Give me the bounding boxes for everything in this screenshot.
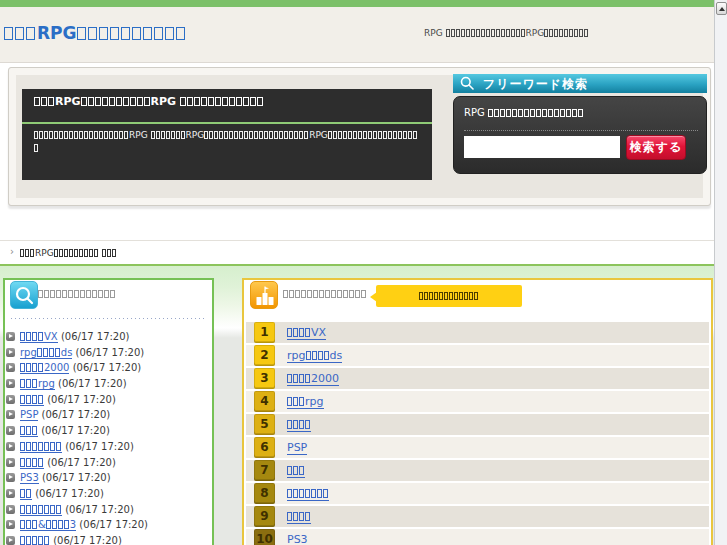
ranking-row: 10PS3 <box>246 529 709 545</box>
keyword-date: (06/17 17:20) <box>32 488 104 499</box>
sidebar-header <box>38 288 116 299</box>
search-input[interactable] <box>464 136 620 158</box>
ranking-panel: 1VX 2rpgds 32000 4rpg 5 6PSP 7 8 9 10PS3 <box>242 278 713 545</box>
keyword-date: (06/17 17:20) <box>72 347 144 358</box>
keyword-link[interactable] <box>20 457 44 469</box>
keyword-date: (06/17 17:20) <box>39 472 111 483</box>
podium-icon <box>250 281 278 309</box>
keyword-date: (06/17 17:20) <box>76 519 148 530</box>
freeword-search-header: フリーワード検索 <box>453 74 707 93</box>
ranking-rows: 1VX 2rpgds 32000 4rpg 5 6PSP 7 8 9 10PS3 <box>246 322 709 545</box>
ranking-link[interactable]: rpgds <box>287 349 342 363</box>
ranking-link[interactable] <box>287 464 305 478</box>
scrollbar[interactable] <box>714 0 727 545</box>
keyword-link[interactable]: PSP <box>20 409 38 421</box>
list-item: PS3 (06/17 17:20) <box>6 470 210 486</box>
site-title[interactable]: RPG <box>4 23 187 43</box>
ranking-row: 2rpgds <box>246 345 709 366</box>
ranking-badge <box>376 285 522 307</box>
search-button[interactable]: 検索する <box>626 135 686 160</box>
rank-number: 1 <box>254 322 275 343</box>
rank-number: 3 <box>254 368 275 389</box>
keyword-link[interactable]: 2000 <box>20 362 69 374</box>
ranking-row: 4rpg <box>246 391 709 412</box>
search-button-label: 検索する <box>630 140 683 154</box>
hero-divider <box>22 122 432 124</box>
ranking-link[interactable] <box>287 510 311 524</box>
ranking-link[interactable]: 2000 <box>287 372 339 386</box>
scroll-up-button[interactable] <box>716 2 727 15</box>
magnifier-icon <box>10 281 38 309</box>
keyword-date: (06/17 17:20) <box>44 457 116 468</box>
list-item: rpg (06/17 17:20) <box>6 376 210 392</box>
keyword-link[interactable]: &3 <box>20 519 76 531</box>
ranking-link[interactable]: VX <box>287 326 326 340</box>
arrow-bullet-icon <box>6 332 15 341</box>
hero-description: RPG RPGRPG <box>34 129 420 155</box>
keyword-date: (06/17 17:20) <box>38 409 110 420</box>
freeword-search-title: フリーワード検索 <box>483 76 588 93</box>
list-item: 2000 (06/17 17:20) <box>6 360 210 376</box>
list-item: (06/17 17:20) <box>6 455 210 471</box>
arrow-bullet-icon <box>6 520 15 529</box>
keyword-date: (06/17 17:20) <box>62 504 134 515</box>
arrow-bullet-icon <box>6 426 15 435</box>
top-panel: RPGRPG RPG RPGRPG フリーワード検索 RPG 検索する <box>8 67 711 206</box>
arrow-bullet-icon <box>6 410 15 419</box>
list-item: (06/17 17:20) <box>6 502 210 518</box>
arrow-bullet-icon <box>6 536 15 545</box>
keyword-link[interactable]: VX <box>20 331 58 343</box>
ranking-link[interactable] <box>287 418 311 432</box>
list-item: (06/17 17:20) <box>6 392 210 408</box>
ranking-header <box>283 288 367 299</box>
keyword-link[interactable] <box>20 504 62 516</box>
keyword-link[interactable]: rpgds <box>20 347 72 359</box>
keyword-link[interactable] <box>20 488 32 500</box>
list-item: VX (06/17 17:20) <box>6 329 210 345</box>
keyword-date: (06/17 17:20) <box>50 535 122 545</box>
list-item: (06/17 17:20) <box>6 533 210 545</box>
ranking-row: 7 <box>246 460 709 481</box>
content-area: VX (06/17 17:20) rpgds (06/17 17:20) 200… <box>0 266 714 545</box>
rank-number: 8 <box>254 483 275 504</box>
arrow-bullet-icon <box>6 348 15 357</box>
arrow-bullet-icon <box>6 379 15 388</box>
keyword-link[interactable]: PS3 <box>20 472 39 484</box>
hero-box: RPGRPG RPG RPGRPG <box>22 89 432 180</box>
keyword-link[interactable] <box>20 441 62 453</box>
keyword-sidebar: VX (06/17 17:20) rpgds (06/17 17:20) 200… <box>3 278 214 545</box>
ranking-link[interactable]: PSP <box>287 441 307 455</box>
rank-number: 7 <box>254 460 275 481</box>
arrow-bullet-icon <box>6 505 15 514</box>
rank-number: 6 <box>254 437 275 458</box>
ranking-link[interactable]: rpg <box>287 395 324 409</box>
keyword-link[interactable] <box>20 425 38 437</box>
list-item: rpgds (06/17 17:20) <box>6 345 210 361</box>
arrow-bullet-icon <box>6 442 15 451</box>
ranking-link[interactable] <box>287 487 329 501</box>
keyword-list: VX (06/17 17:20) rpgds (06/17 17:20) 200… <box>6 329 210 545</box>
ranking-row: 5 <box>246 414 709 435</box>
dotted-divider <box>11 318 206 319</box>
keyword-date: (06/17 17:20) <box>38 425 110 436</box>
list-item: (06/17 17:20) <box>6 486 210 502</box>
arrow-bullet-icon <box>6 363 15 372</box>
breadcrumb-arrow-icon: › <box>10 246 14 257</box>
list-item: &3 (06/17 17:20) <box>6 517 210 533</box>
rank-number: 10 <box>254 529 275 545</box>
search-module: RPG 検索する <box>453 96 707 174</box>
keyword-date: (06/17 17:20) <box>44 394 116 405</box>
rank-number: 9 <box>254 506 275 527</box>
search-icon <box>460 76 475 91</box>
keyword-date: (06/17 17:20) <box>62 441 134 452</box>
keyword-link[interactable] <box>20 535 50 545</box>
keyword-link[interactable]: rpg <box>20 378 55 390</box>
hero-heading: RPGRPG <box>34 95 424 108</box>
ranking-link[interactable]: PS3 <box>287 533 308 545</box>
keyword-link[interactable] <box>20 394 44 406</box>
breadcrumb-path[interactable]: RPG <box>20 248 117 258</box>
arrow-bullet-icon <box>6 395 15 404</box>
ranking-row: 6PSP <box>246 437 709 458</box>
keyword-date: (06/17 17:20) <box>58 331 130 342</box>
search-field-label: RPG <box>464 107 584 118</box>
